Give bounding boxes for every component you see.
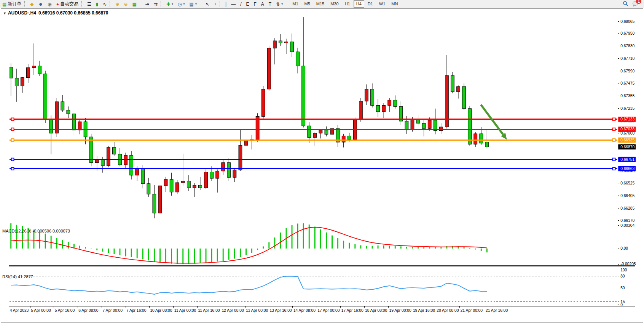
channel-tool-button[interactable]: E	[244, 0, 251, 8]
bar-chart-icon: ☰	[87, 2, 91, 6]
line-handle[interactable]	[11, 167, 14, 170]
time-tick-label: 5 Apr 16:00	[55, 308, 75, 313]
new-order-icon: ▤	[2, 2, 6, 6]
time-tick-label: 7 Apr 00:00	[103, 308, 123, 313]
timeframe-button-m5[interactable]: M5	[302, 0, 313, 8]
zoom-in-button[interactable]: ⊕	[113, 0, 121, 8]
line-handle[interactable]	[11, 128, 14, 131]
time-tick-label: 19 Apr 16:00	[413, 308, 435, 313]
line-price-label-text: 0.66935	[620, 138, 634, 142]
price-panel[interactable]	[9, 17, 617, 218]
fibonacci-icon: F	[253, 2, 256, 6]
chart-plot-surface[interactable]: 0.680650.679500.678300.677100.675900.674…	[0, 8, 644, 324]
search-button[interactable]	[623, 1, 628, 8]
rsi-panel[interactable]	[10, 276, 618, 302]
price-tick-label: 0.67830	[620, 44, 634, 48]
vertical-line-tool-button[interactable]: |	[223, 0, 229, 8]
timeframe-button-m30[interactable]: M30	[328, 0, 341, 8]
toolbar-separator	[110, 1, 112, 7]
candle-bullish	[273, 41, 276, 48]
signal-icon: ◉	[48, 2, 51, 6]
timeframe-button-m1[interactable]: M1	[290, 0, 301, 8]
equidistant-channel-icon: E	[246, 2, 249, 6]
line-handle[interactable]	[11, 158, 14, 161]
macd-tick-label: 0.00304	[620, 223, 634, 228]
toolbar-separator	[24, 1, 27, 7]
candle-bullish	[313, 133, 317, 138]
candle-bearish	[89, 137, 93, 163]
zoom-out-button[interactable]: ⊖	[121, 0, 130, 8]
price-tick-label: 0.67590	[620, 69, 634, 73]
bar-chart-button[interactable]: ☰	[85, 0, 94, 8]
time-tick-label: 14 Apr 08:00	[293, 308, 316, 313]
candle-bullish	[107, 148, 110, 166]
auto-scroll-icon: ⇉	[154, 2, 158, 6]
signal-button[interactable]: ◉	[45, 0, 54, 8]
candle-bearish	[462, 87, 466, 109]
horizontal-line-tool-button[interactable]: —	[229, 0, 238, 8]
macd-panel[interactable]	[11, 223, 487, 264]
price-axis[interactable]: 0.680650.679500.678300.677100.675900.674…	[618, 19, 636, 307]
toolbar-separator	[161, 1, 163, 7]
price-tick-label: 0.67950	[620, 31, 634, 35]
candle-chart-button[interactable]: ▮	[94, 0, 101, 8]
dropdown-arrow-icon: ▾	[183, 2, 185, 6]
notification-badge: 1	[636, 0, 641, 4]
candle-bearish	[199, 185, 202, 188]
templates-button[interactable]: ▤▾	[187, 0, 199, 8]
toolbar-separator	[200, 1, 202, 7]
rsi-tick-label: 80	[620, 274, 625, 278]
quotes-button[interactable]: ◆	[28, 0, 36, 8]
timeframe-button-h1[interactable]: H1	[342, 0, 353, 8]
candle-bearish	[468, 109, 472, 144]
price-tick-label: 0.67235	[620, 106, 634, 111]
indicators-icon: ✚	[166, 2, 170, 6]
line-handle[interactable]	[613, 128, 615, 131]
candle-bearish	[376, 106, 380, 112]
templates-icon: ▤	[190, 2, 194, 6]
candle-bullish	[95, 159, 99, 162]
arrows-tool-button[interactable]: ⇅▾	[274, 0, 285, 8]
candle-bearish	[61, 102, 64, 110]
price-tick-label: 0.66170	[620, 218, 634, 223]
community-button[interactable]: ☻	[36, 0, 46, 8]
candle-bearish	[130, 155, 133, 175]
line-price-label-text: 0.66663	[620, 167, 634, 171]
timeframe-button-h4[interactable]: H4	[354, 0, 364, 8]
line-handle[interactable]	[613, 158, 615, 161]
timeframe-button-mn[interactable]: MN	[389, 0, 400, 8]
chart-shift-icon: ⇥	[145, 2, 149, 6]
text-label-tool-button[interactable]: T	[266, 0, 274, 8]
candle-bullish	[222, 163, 225, 171]
chart-window[interactable]: ▼AUDUSD-,H40.66916 0.67030 0.66855 0.668…	[0, 8, 644, 324]
timeframe-button-m15[interactable]: M15	[314, 0, 327, 8]
timeframe-button-w1[interactable]: W1	[376, 0, 388, 8]
new-order-button[interactable]: ▤ 新订单	[0, 0, 24, 8]
community-chat-button[interactable]: 1	[632, 1, 639, 8]
text-tool-button[interactable]: A	[259, 0, 266, 8]
candle-bullish	[181, 181, 185, 183]
indicators-button[interactable]: ✚▾	[164, 0, 175, 8]
line-handle[interactable]	[613, 118, 615, 120]
autotrading-button[interactable]: ● 自动交易	[54, 0, 81, 8]
time-axis[interactable]: 4 Apr 20235 Apr 00:005 Apr 16:006 Apr 08…	[9, 306, 508, 313]
candle-bearish	[113, 148, 116, 154]
line-handle[interactable]	[11, 139, 14, 141]
timeframe-button-d1[interactable]: D1	[365, 0, 376, 8]
auto-scroll-button[interactable]: ⇉	[151, 0, 160, 8]
crosshair-tool-button[interactable]: +	[212, 0, 219, 8]
candle-bearish	[15, 78, 18, 86]
rsi-tick-label: 50	[620, 286, 625, 290]
arrows-icon: ⇅	[276, 2, 280, 6]
fibonacci-tool-button[interactable]: F	[251, 0, 258, 8]
chart-shift-button[interactable]: ⇥	[143, 0, 151, 8]
line-handle[interactable]	[11, 118, 14, 120]
trendline-tool-button[interactable]: /	[238, 0, 244, 8]
cursor-tool-button[interactable]: ↖	[203, 0, 212, 8]
rsi-tick-label: 0	[620, 303, 623, 307]
periods-button[interactable]: ◷▾	[175, 0, 187, 8]
tile-windows-button[interactable]: ▦	[130, 0, 139, 8]
line-chart-button[interactable]: ∿	[100, 0, 109, 8]
line-handle[interactable]	[613, 167, 615, 170]
line-handle[interactable]	[613, 139, 615, 141]
